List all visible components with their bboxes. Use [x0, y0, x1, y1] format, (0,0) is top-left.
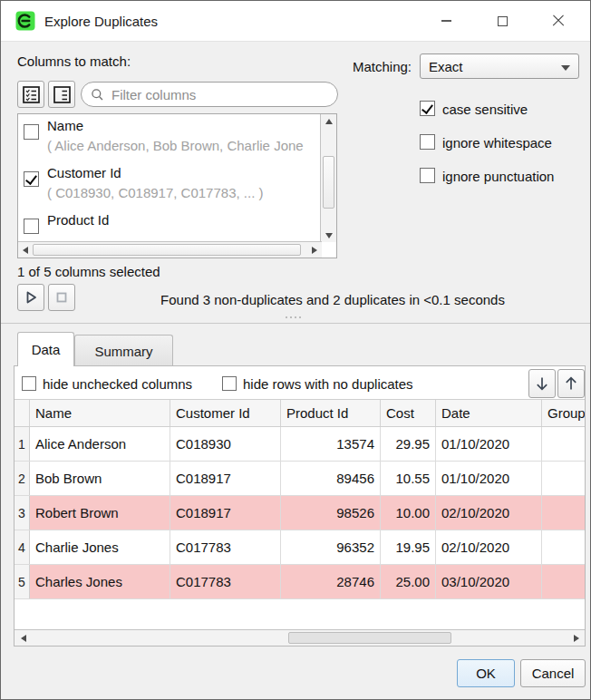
- tab-summary[interactable]: Summary: [74, 335, 173, 366]
- scroll-down-button[interactable]: [321, 228, 337, 242]
- play-icon: [23, 289, 39, 306]
- cell-product-id: 89456: [281, 462, 381, 495]
- run-button[interactable]: [17, 284, 44, 311]
- table-row-2[interactable]: 2 Bob Brown C018917 89456 10.55 01/10/20…: [15, 462, 585, 496]
- row-number: 1: [15, 427, 30, 461]
- cell-name: Charles Jones: [30, 565, 170, 598]
- app-logo-icon: [15, 11, 35, 31]
- status-text: Found 3 non-duplicates and 2 duplicates …: [82, 292, 583, 307]
- minimize-icon: [441, 20, 451, 22]
- column-header-customer-id[interactable]: Customer Id: [170, 400, 281, 426]
- table-row-4[interactable]: 4 Charlie Jones C017783 96352 19.95 02/1…: [15, 530, 585, 565]
- splitter-handle-icon[interactable]: [286, 316, 301, 318]
- column-customer-id-checkbox[interactable]: [24, 171, 39, 187]
- column-header-date[interactable]: Date: [436, 400, 542, 426]
- stop-button[interactable]: [48, 284, 75, 311]
- cancel-button[interactable]: Cancel: [520, 659, 586, 687]
- close-icon: [552, 15, 565, 27]
- column-item-sample: ( Alice Anderson, Bob Brown, Charlie Jon…: [47, 138, 304, 153]
- ignore-whitespace-label: ignore whitespace: [442, 135, 552, 151]
- vscroll-thumb[interactable]: [323, 156, 334, 209]
- hscroll-thumb[interactable]: [33, 244, 301, 256]
- scroll-right-button[interactable]: [569, 630, 583, 647]
- column-item-customer-id[interactable]: Customer Id ( C018930, C018917, C017783,…: [19, 162, 321, 209]
- table-row-5-duplicate[interactable]: 5 Charles Jones C017783 28746 25.00 03/1…: [15, 565, 585, 599]
- maximize-button[interactable]: [474, 1, 530, 41]
- ok-button[interactable]: OK: [457, 659, 515, 687]
- column-header-cost[interactable]: Cost: [381, 400, 436, 426]
- column-item-label: Name: [47, 118, 83, 133]
- table-hscroll-thumb[interactable]: [288, 632, 451, 644]
- titlebar[interactable]: Explore Duplicates: [1, 1, 590, 42]
- case-sensitive-checkbox[interactable]: [420, 101, 435, 116]
- columns-list-vscrollbar[interactable]: [320, 114, 336, 242]
- scroll-left-button[interactable]: [16, 630, 30, 647]
- filter-columns-input[interactable]: [110, 86, 328, 103]
- table-row-3-duplicate[interactable]: 3 Robert Brown C018917 98526 10.00 02/10…: [15, 496, 585, 530]
- cell-name: Robert Brown: [30, 496, 170, 530]
- filter-columns-field: [81, 82, 338, 107]
- cell-group: [542, 496, 585, 530]
- search-icon: [91, 88, 104, 102]
- column-item-name[interactable]: Name ( Alice Anderson, Bob Brown, Charli…: [19, 115, 321, 162]
- scroll-up-button[interactable]: [321, 114, 337, 128]
- ignore-punctuation-label: ignore punctuation: [442, 169, 554, 184]
- cell-product-id: 28746: [281, 565, 381, 598]
- case-sensitive-label: case sensitive: [442, 102, 528, 117]
- cell-name: Alice Anderson: [30, 427, 170, 461]
- move-down-button[interactable]: [528, 369, 556, 398]
- matching-label: Matching:: [353, 59, 412, 74]
- selection-summary: 1 of 5 columns selected: [17, 264, 160, 279]
- tab-data-label: Data: [32, 342, 61, 357]
- table-row-1[interactable]: 1 Alice Anderson C018930 13574 29.95 01/…: [15, 427, 585, 462]
- ignore-punctuation-checkbox[interactable]: [420, 168, 435, 183]
- column-name-checkbox[interactable]: [24, 124, 39, 140]
- columns-list-hscrollbar[interactable]: [18, 241, 322, 258]
- ok-button-label: OK: [476, 666, 496, 681]
- cell-cost: 10.00: [381, 496, 436, 530]
- table-hscrollbar[interactable]: [15, 629, 585, 646]
- column-header-group[interactable]: Group: [542, 400, 585, 426]
- cell-customer-id: C018917: [170, 496, 281, 530]
- chevron-down-icon: [561, 65, 570, 71]
- window-controls: [418, 1, 586, 41]
- tab-data[interactable]: Data: [17, 332, 74, 366]
- hide-rows-no-duplicates-checkbox[interactable]: [222, 376, 237, 391]
- cell-cost: 10.55: [381, 462, 436, 495]
- row-number-header: [15, 400, 30, 426]
- move-up-button[interactable]: [557, 369, 585, 398]
- column-item-label: Customer Id: [47, 165, 121, 180]
- uncheck-all-columns-button[interactable]: [48, 81, 75, 108]
- column-header-name[interactable]: Name: [30, 400, 170, 426]
- ignore-whitespace-checkbox[interactable]: [420, 134, 435, 150]
- triangle-down-icon: [325, 233, 333, 238]
- row-number: 2: [15, 462, 30, 495]
- cell-date: 01/10/2020: [436, 462, 542, 495]
- scroll-left-button[interactable]: [18, 242, 32, 258]
- cell-customer-id: C018917: [170, 462, 281, 495]
- column-product-id-checkbox[interactable]: [24, 219, 39, 234]
- row-number: 3: [15, 496, 30, 530]
- triangle-right-icon: [312, 247, 317, 254]
- scroll-right-button[interactable]: [307, 242, 322, 258]
- cell-cost: 29.95: [381, 427, 436, 461]
- table-header-row: Name Customer Id Product Id Cost Date Gr…: [15, 399, 585, 427]
- check-all-columns-button[interactable]: [17, 81, 44, 108]
- close-button[interactable]: [530, 1, 586, 41]
- column-header-product-id[interactable]: Product Id: [281, 400, 381, 426]
- cell-name: Charlie Jones: [30, 530, 170, 564]
- cell-group: [542, 427, 585, 461]
- check-all-list-icon: [23, 86, 40, 103]
- cancel-button-label: Cancel: [532, 666, 575, 681]
- cell-date: 02/10/2020: [436, 530, 542, 564]
- minimize-button[interactable]: [418, 1, 474, 41]
- splitter-divider[interactable]: [1, 323, 591, 324]
- cell-name: Bob Brown: [30, 462, 170, 495]
- column-item-product-id[interactable]: Product Id: [19, 209, 321, 242]
- hide-rows-no-duplicates-label: hide rows with no duplicates: [243, 376, 413, 392]
- matching-select[interactable]: Exact: [420, 53, 579, 79]
- cell-date: 03/10/2020: [436, 565, 542, 598]
- cell-product-id: 13574: [281, 427, 381, 461]
- hide-unchecked-columns-checkbox[interactable]: [22, 376, 36, 391]
- cell-group: [542, 530, 585, 564]
